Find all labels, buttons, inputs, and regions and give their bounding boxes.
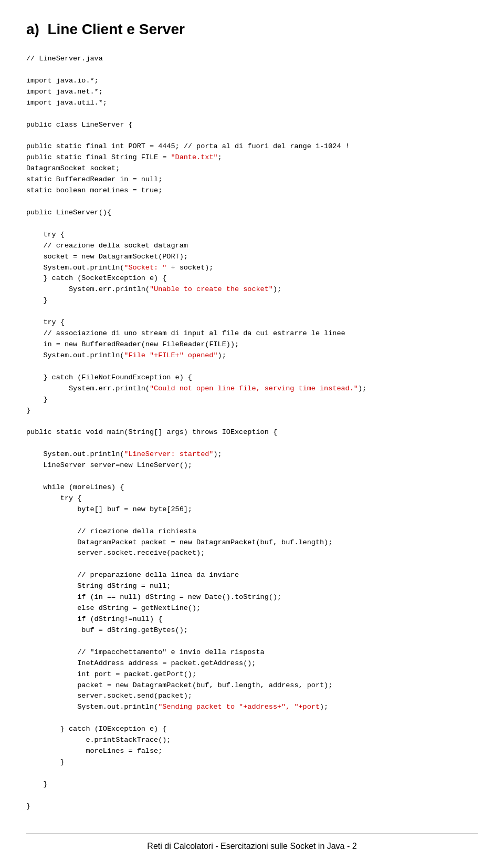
title-prefix: a) xyxy=(26,21,39,37)
page-footer: Reti di Calcolatori - Esercitazioni sull… xyxy=(26,833,478,850)
page-title: a) Line Client e Server xyxy=(26,21,478,38)
code-block: // LineServer.java import java.io.*; imp… xyxy=(26,54,478,812)
title-text: Line Client e Server xyxy=(47,21,184,37)
